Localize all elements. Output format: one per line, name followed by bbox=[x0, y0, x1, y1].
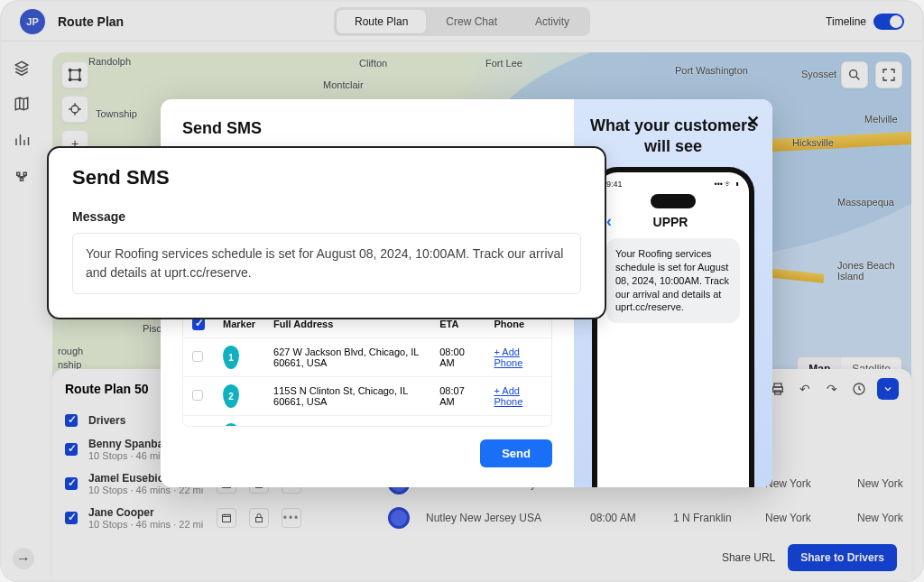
map-place-label: Syosset bbox=[801, 69, 836, 79]
map-place-label: Hicksville bbox=[792, 137, 834, 148]
message-textarea[interactable]: Your Roofing services schedule is set fo… bbox=[72, 233, 581, 294]
panel-title: Route Plan 50 bbox=[65, 382, 149, 396]
route-pin-icon bbox=[388, 507, 410, 529]
svg-rect-13 bbox=[223, 515, 231, 522]
select-all-checkbox[interactable] bbox=[65, 414, 78, 427]
send-button[interactable]: Send bbox=[480, 439, 552, 467]
fullscreen-tool[interactable] bbox=[875, 61, 902, 88]
tab-route-plan[interactable]: Route Plan bbox=[337, 10, 426, 33]
time-cell: 08:00 AM bbox=[590, 512, 662, 524]
map-place-label: Melville bbox=[864, 114, 898, 125]
map-place-label: Clifton bbox=[359, 58, 387, 69]
tab-activity[interactable]: Activity bbox=[517, 10, 587, 33]
chart-icon[interactable] bbox=[14, 132, 30, 148]
row-checkbox[interactable] bbox=[192, 390, 203, 401]
phone-notch bbox=[651, 194, 696, 208]
driver-row[interactable]: Jane Cooper 10 Stops · 46 mins · 22 mi •… bbox=[52, 501, 911, 535]
city-cell: New York bbox=[765, 512, 846, 524]
city-cell: New York bbox=[765, 477, 846, 490]
map-place-label: Montclair bbox=[323, 79, 364, 90]
map-place-label: Massapequa bbox=[837, 197, 894, 208]
share-url-link[interactable]: Share URL bbox=[722, 551, 775, 564]
message-label: Message bbox=[72, 209, 581, 224]
state-cell: New York bbox=[857, 512, 922, 524]
draw-rect-tool[interactable] bbox=[61, 61, 88, 88]
close-button[interactable]: ✕ bbox=[746, 112, 760, 132]
sms-bubble: Your Roofing services schedule is set fo… bbox=[606, 238, 740, 323]
driver-sub: 10 Stops · 46 mins · 22 mi bbox=[88, 519, 206, 530]
street-cell: 1 N Franklin bbox=[673, 512, 754, 524]
select-all-checkbox[interactable] bbox=[192, 318, 205, 330]
collapse-button[interactable] bbox=[877, 378, 899, 400]
page-title: Route Plan bbox=[58, 14, 124, 29]
left-rail bbox=[2, 42, 42, 580]
marker-pin-icon: 2 bbox=[223, 384, 239, 408]
timeline-label: Timeline bbox=[826, 15, 866, 28]
add-phone-link[interactable]: + Add Phone bbox=[494, 385, 522, 407]
eta-cell: 08:00 AM bbox=[430, 338, 485, 377]
table-row[interactable]: 3 10 S Wacker Dr, Chicago, IL 60606, USA… bbox=[183, 416, 551, 427]
svg-point-6 bbox=[850, 70, 857, 78]
app-name: UPPR bbox=[619, 215, 722, 229]
phone-time: 9:41 bbox=[606, 180, 623, 189]
eta-cell: 08:07 AM bbox=[430, 377, 485, 416]
undo-icon[interactable]: ↶ bbox=[796, 380, 814, 398]
map-place-label: Port Washington bbox=[675, 65, 748, 76]
tab-crew-chat[interactable]: Crew Chat bbox=[428, 10, 515, 33]
share-to-drivers-button[interactable]: Share to Drivers bbox=[788, 544, 897, 571]
lock-icon[interactable] bbox=[249, 508, 269, 528]
map-place-label: Randolph bbox=[88, 56, 131, 67]
back-icon: ‹ bbox=[606, 212, 612, 231]
map-icon[interactable] bbox=[14, 96, 30, 112]
state-cell: New York bbox=[857, 477, 922, 490]
send-sms-foreground-card: Send SMS Message Your Roofing services s… bbox=[47, 146, 606, 319]
address-cell: 10 S Wacker Dr, Chicago, IL 60606, USA bbox=[264, 416, 430, 427]
layers-icon[interactable] bbox=[14, 60, 30, 76]
more-icon[interactable]: ••• bbox=[282, 508, 301, 528]
calendar-icon[interactable] bbox=[217, 508, 236, 528]
fg-title: Send SMS bbox=[72, 166, 581, 189]
timeline-toggle[interactable] bbox=[873, 14, 904, 30]
row-checkbox[interactable] bbox=[192, 351, 203, 362]
svg-point-5 bbox=[71, 106, 79, 113]
row-checkbox[interactable] bbox=[65, 477, 78, 490]
address-cell: 627 W Jackson Blvd, Chicago, IL 60661, U… bbox=[264, 338, 430, 377]
org-icon[interactable] bbox=[14, 168, 30, 184]
expand-sidebar-button[interactable]: → bbox=[13, 548, 34, 569]
search-zoom-tool[interactable] bbox=[841, 61, 868, 88]
driver-name: Jane Cooper bbox=[88, 506, 206, 519]
address-cell: 115S N Clinton St, Chicago, IL 60661, US… bbox=[264, 377, 430, 416]
tab-switcher: Route Plan Crew Chat Activity bbox=[334, 7, 590, 36]
locate-tool[interactable] bbox=[61, 96, 88, 123]
preview-heading: What your customers will see bbox=[583, 115, 763, 156]
map-place-label: Jones Beach Island bbox=[837, 260, 911, 282]
map-place-label: Township bbox=[96, 108, 137, 119]
row-checkbox[interactable] bbox=[65, 512, 78, 524]
modal-title: Send SMS bbox=[182, 119, 552, 138]
recipients-table: Marker Full Address ETA Phone 1 627 W Ja… bbox=[182, 309, 552, 427]
top-bar: JP Route Plan Route Plan Crew Chat Activ… bbox=[2, 2, 922, 42]
map-place-label: rough bbox=[58, 346, 83, 356]
history-icon[interactable] bbox=[850, 380, 868, 398]
svg-rect-14 bbox=[256, 518, 263, 522]
map-place-label: Fort Lee bbox=[485, 58, 522, 69]
svg-rect-0 bbox=[70, 70, 80, 80]
table-row[interactable]: 2 115S N Clinton St, Chicago, IL 60661, … bbox=[183, 377, 551, 416]
marker-pin-icon: 1 bbox=[223, 346, 239, 369]
address-cell: Nutley New Jersey USA bbox=[426, 512, 579, 524]
avatar[interactable]: JP bbox=[20, 9, 45, 34]
table-row[interactable]: 1 627 W Jackson Blvd, Chicago, IL 60661,… bbox=[183, 338, 551, 377]
row-checkbox[interactable] bbox=[65, 443, 78, 456]
eta-cell: 08:13 AM bbox=[430, 416, 485, 427]
phone-status-icons: ••• ᯤ ▮ bbox=[715, 180, 740, 189]
add-phone-link[interactable]: + Add Phone bbox=[494, 346, 522, 368]
marker-pin-icon: 3 bbox=[223, 423, 239, 427]
add-phone-link[interactable]: + Add Phone bbox=[494, 424, 522, 427]
redo-icon[interactable]: ↷ bbox=[823, 380, 841, 398]
phone-preview: 9:41 ••• ᯤ ▮ ‹ UPPR Your Roofing service… bbox=[592, 167, 754, 487]
